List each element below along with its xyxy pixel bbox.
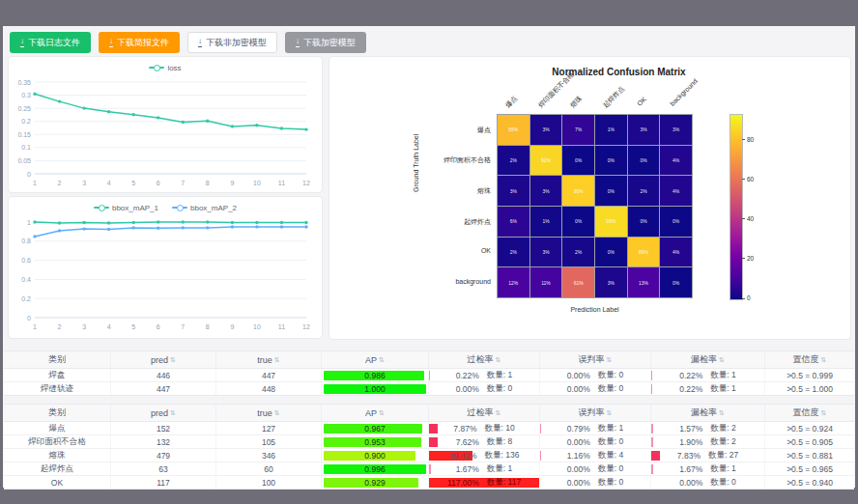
rate-bar <box>651 424 653 434</box>
svg-text:6: 6 <box>157 180 160 186</box>
svg-text:0.35: 0.35 <box>17 79 31 86</box>
colorbar-tick-label: 20 <box>747 255 754 262</box>
svg-text:1: 1 <box>33 180 37 186</box>
col-overdetect-rate[interactable]: 过检率⇅ <box>429 351 540 368</box>
col-true[interactable]: true⇅ <box>216 405 322 421</box>
col-pred-cell: 152 <box>111 422 216 434</box>
matrix-row-label: 起焊炸点 <box>414 217 491 227</box>
col-category: 类别 <box>4 351 111 368</box>
dashboard-content: ↓下载日志文件↓下载简报文件↓下载非加密模型↓下载加密模型 loss 00.05… <box>3 26 855 488</box>
col-true-cell: 127 <box>216 422 322 434</box>
download-encrypted-model-button[interactable]: ↓下载加密模型 <box>285 32 366 53</box>
col-misjudge-rate-cell: 0.00%数量: 0 <box>540 476 651 489</box>
series-marker-icon <box>94 207 109 209</box>
legend-item-bbox_mAP_2[interactable]: bbox_mAP_2 <box>172 204 237 212</box>
col-true-cell: 346 <box>216 449 322 462</box>
matrix-cell: 4% <box>660 146 692 176</box>
sort-icon: ⇅ <box>496 356 501 364</box>
matrix-cell: 61% <box>562 267 594 297</box>
col-miss-rate[interactable]: 漏检率⇅ <box>651 405 765 421</box>
matrix-cell: 12% <box>498 267 529 297</box>
col-misjudge-rate[interactable]: 误判率⇅ <box>540 351 651 368</box>
col-pred-cell: 447 <box>111 382 216 395</box>
matrix-row-label: background <box>414 278 491 285</box>
svg-text:7: 7 <box>181 323 185 330</box>
matrix-cell: 0% <box>628 207 660 237</box>
loss-line-chart: 00.050.10.150.20.250.30.3512345678910111… <box>9 75 316 189</box>
download-log-button[interactable]: ↓下载日志文件 <box>10 32 91 53</box>
sort-icon: ⇅ <box>379 409 385 417</box>
svg-text:9: 9 <box>230 323 234 330</box>
sort-icon: ⇅ <box>607 356 613 364</box>
table-row: OK1171000.929117.00%数量: 1170.00%数量: 00.0… <box>4 476 854 489</box>
col-ap-cell: 1.000 <box>322 382 429 395</box>
sort-icon: ⇅ <box>274 409 280 417</box>
matrix-row-label: 焊印面积不合格 <box>414 155 491 165</box>
series-marker-icon <box>172 207 187 209</box>
col-ap[interactable]: AP⇅ <box>322 351 429 368</box>
matrix-row-label: 熔珠 <box>414 186 491 196</box>
col-misjudge-rate-cell: 0.00%数量: 0 <box>540 382 651 395</box>
col-confidence-cell: >0.5 = 0.905 <box>765 435 854 448</box>
col-miss-rate-cell: 0.22%数量: 1 <box>651 369 765 381</box>
matrix-col-label: background <box>669 77 699 107</box>
svg-text:5: 5 <box>131 180 135 186</box>
legend-item-bbox_mAP_1[interactable]: bbox_mAP_1 <box>94 204 158 212</box>
col-overdetect-rate-cell: 39.42%数量: 136 <box>429 449 540 462</box>
colorbar-tick-label: 0 <box>747 294 751 301</box>
rate-bar <box>540 451 541 461</box>
map-chart-card: bbox_mAP_1bbox_mAP_2 00.20.40.60.8112345… <box>8 196 323 339</box>
svg-text:11: 11 <box>278 323 285 330</box>
svg-text:0.25: 0.25 <box>17 105 31 112</box>
col-miss-rate-cell: 1.90%数量: 2 <box>651 435 765 448</box>
col-category-cell: 熔珠 <box>4 449 111 462</box>
svg-text:0.2: 0.2 <box>21 295 31 302</box>
matrix-cell: 0% <box>595 238 627 267</box>
rate-bar <box>651 464 653 474</box>
col-overdetect-rate-cell: 7.62%数量: 8 <box>429 435 540 448</box>
page: ↓下载日志文件↓下载简报文件↓下载非加密模型↓下载加密模型 loss 00.05… <box>0 0 858 504</box>
col-ap-cell: 0.967 <box>322 422 429 434</box>
col-overdetect-rate[interactable]: 过检率⇅ <box>429 405 540 421</box>
matrix-cell: 3% <box>530 115 562 145</box>
col-misjudge-rate-cell: 0.79%数量: 1 <box>540 422 651 434</box>
map-chart-legend: bbox_mAP_1bbox_mAP_2 <box>9 200 322 215</box>
download-report-button[interactable]: ↓下载简报文件 <box>99 32 180 53</box>
col-true-cell: 447 <box>216 369 322 381</box>
col-pred[interactable]: pred⇅ <box>111 405 216 421</box>
svg-text:10: 10 <box>253 180 261 186</box>
col-confidence-cell: >0.5 = 0.881 <box>765 449 854 462</box>
col-miss-rate[interactable]: 漏检率⇅ <box>651 351 765 368</box>
download-unencrypted-model-button[interactable]: ↓下载非加密模型 <box>187 32 277 53</box>
col-pred-cell: 479 <box>111 449 216 462</box>
download-icon: ↓ <box>296 38 300 47</box>
col-confidence[interactable]: 置信度⇅ <box>765 405 854 421</box>
col-confidence[interactable]: 置信度⇅ <box>765 351 854 368</box>
table-row: 起焊炸点63600.9961.67%数量: 10.00%数量: 01.67%数量… <box>4 462 854 476</box>
legend-item-loss[interactable]: loss <box>149 64 181 72</box>
col-misjudge-rate[interactable]: 误判率⇅ <box>540 405 651 421</box>
col-pred[interactable]: pred⇅ <box>111 351 216 368</box>
download-icon: ↓ <box>109 38 113 47</box>
svg-text:0: 0 <box>27 315 31 322</box>
col-category: 类别 <box>4 405 111 421</box>
col-miss-rate-cell: 0.22%数量: 1 <box>651 382 765 395</box>
col-true[interactable]: true⇅ <box>216 351 322 368</box>
svg-text:0.1: 0.1 <box>21 144 31 151</box>
col-ap-cell: 0.996 <box>322 462 429 475</box>
matrix-cell: 2% <box>628 176 660 206</box>
matrix-cell: 2% <box>562 238 594 267</box>
col-overdetect-rate-cell: 0.00%数量: 0 <box>429 382 540 395</box>
col-ap[interactable]: AP⇅ <box>322 405 429 421</box>
col-pred-cell: 446 <box>111 369 216 381</box>
table-row: 爆点1521270.9677.87%数量: 100.79%数量: 11.57%数… <box>4 422 854 435</box>
sort-icon: ⇅ <box>821 356 827 364</box>
colorbar-tick-label: 60 <box>747 176 754 182</box>
svg-text:9: 9 <box>230 180 234 186</box>
metrics-table: 类别pred⇅true⇅AP⇅过检率⇅误判率⇅漏检率⇅置信度⇅焊盘4464470… <box>4 350 854 396</box>
svg-text:11: 11 <box>278 180 285 186</box>
sort-icon: ⇅ <box>379 356 385 364</box>
svg-text:0.05: 0.05 <box>17 157 31 164</box>
sort-icon: ⇅ <box>170 356 176 364</box>
matrix-cell: 0% <box>595 176 627 206</box>
